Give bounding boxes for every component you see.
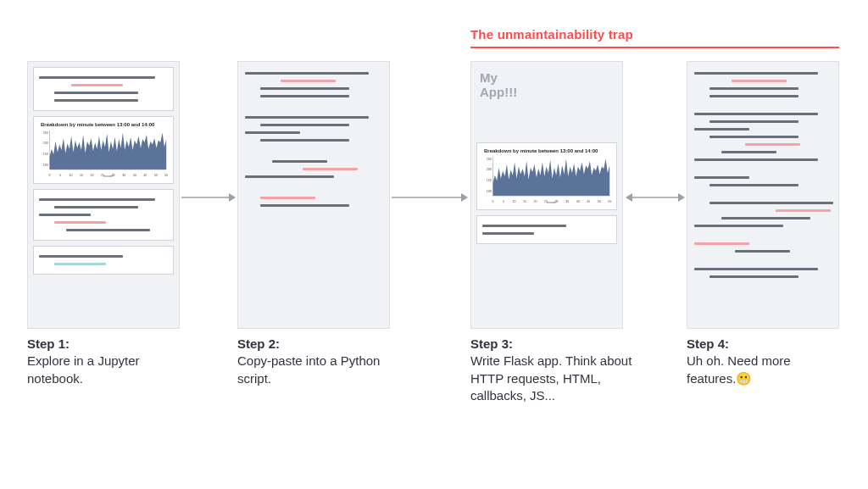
caption-title: Step 3: [470, 336, 640, 353]
trap-title: The unmaintainability trap [470, 27, 839, 42]
caption-title: Step 2: [237, 336, 407, 353]
caption-step1: Step 1: Explore in a Jupyter notebook. [27, 336, 197, 387]
script-lines [687, 62, 838, 288]
svg-text:250: 250 [487, 157, 492, 160]
chart-title: Breakdown by minute between 13:00 and 14… [484, 148, 611, 153]
code-line [39, 198, 155, 201]
caption-body: Uh oh. Need more features.😬 [687, 353, 839, 387]
caption-step2: Step 2: Copy-paste into a Python script. [237, 336, 407, 387]
svg-text:20: 20 [91, 174, 94, 177]
app-header-line2: App!!! [480, 85, 614, 99]
arrow-bidir-3-4 [626, 192, 685, 203]
arrow-1to2 [181, 192, 236, 203]
chart-card: Breakdown by minute between 13:00 and 14… [476, 142, 617, 210]
svg-text:5: 5 [503, 199, 504, 203]
code-line [54, 221, 106, 224]
code-line [54, 263, 106, 265]
caption-body: Write Flask app. Think about HTTP reques… [470, 353, 640, 404]
svg-text:150: 150 [43, 153, 48, 156]
area-chart: 1001502002500510152025303540455055minute… [39, 129, 168, 178]
svg-text:0: 0 [492, 199, 494, 203]
grimace-emoji: 😬 [736, 371, 752, 386]
code-line [39, 214, 91, 216]
panel-step1: Breakdown by minute between 13:00 and 14… [27, 61, 180, 329]
area-chart: 1001502002500510152025303540455055minute… [482, 155, 611, 204]
svg-text:200: 200 [487, 168, 492, 171]
code-line [39, 76, 155, 79]
caption-body: Explore in a Jupyter notebook. [27, 353, 197, 387]
caption-step4: Step 4: Uh oh. Need more features.😬 [687, 336, 839, 387]
svg-text:15: 15 [523, 199, 526, 203]
svg-text:45: 45 [143, 174, 147, 177]
svg-text:15: 15 [80, 174, 83, 177]
svg-text:0: 0 [49, 174, 51, 177]
svg-text:100: 100 [43, 164, 48, 167]
svg-text:10: 10 [70, 174, 73, 177]
svg-text:100: 100 [487, 189, 492, 192]
panel-step2 [237, 61, 390, 329]
svg-text:40: 40 [576, 199, 580, 203]
svg-text:150: 150 [487, 178, 492, 181]
caption-title: Step 4: [687, 336, 839, 353]
notebook-cell [33, 189, 174, 241]
code-line [66, 229, 150, 231]
script-lines [238, 62, 389, 217]
app-header-line1: My [480, 70, 614, 85]
svg-text:35: 35 [565, 199, 569, 203]
svg-text:250: 250 [43, 131, 48, 134]
chart-title: Breakdown by minute between 13:00 and 14… [41, 122, 168, 127]
trap-banner: The unmaintainability trap [470, 27, 839, 48]
svg-text:55: 55 [164, 174, 168, 177]
caption-title: Step 1: [27, 336, 197, 353]
notebook-cell [33, 67, 174, 111]
code-line [54, 99, 138, 102]
svg-text:45: 45 [587, 199, 590, 203]
svg-text:40: 40 [133, 174, 136, 177]
code-line [39, 255, 123, 258]
caption-step3: Step 3: Write Flask app. Think about HTT… [470, 336, 640, 404]
code-line [54, 206, 138, 208]
svg-text:minute: minute [547, 201, 556, 204]
svg-text:55: 55 [608, 199, 611, 203]
svg-text:50: 50 [598, 199, 601, 203]
panel-step3: My App!!! Breakdown by minute between 13… [470, 61, 623, 329]
chart-card: Breakdown by minute between 13:00 and 14… [33, 116, 174, 184]
code-line [54, 92, 138, 94]
ui-block [476, 215, 617, 244]
panel-step4 [687, 61, 839, 329]
svg-text:200: 200 [43, 142, 48, 145]
diagram-stage: The unmaintainability trap Breakdown by … [0, 0, 868, 489]
app-header: My App!!! [471, 62, 622, 100]
code-line [71, 84, 123, 86]
notebook-cell [33, 246, 174, 275]
svg-text:35: 35 [122, 174, 125, 177]
caption-body: Copy-paste into a Python script. [237, 353, 407, 387]
svg-text:minute: minute [103, 175, 113, 178]
arrow-2to3 [392, 192, 468, 203]
svg-text:10: 10 [513, 199, 516, 203]
svg-text:20: 20 [534, 199, 537, 203]
svg-text:50: 50 [154, 174, 158, 177]
svg-text:5: 5 [59, 174, 61, 177]
trap-underline [470, 47, 839, 48]
